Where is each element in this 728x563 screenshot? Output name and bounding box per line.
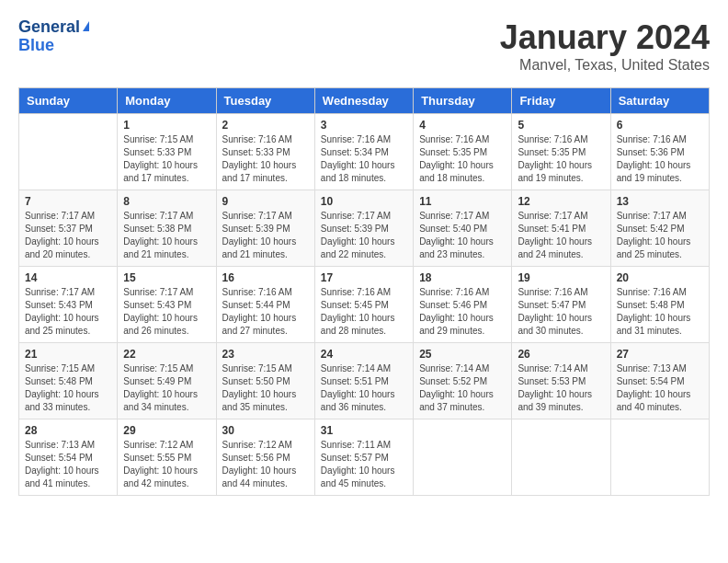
calendar-cell: 3Sunrise: 7:16 AMSunset: 5:34 PMDaylight… [314,114,413,190]
calendar-cell: 8Sunrise: 7:17 AMSunset: 5:38 PMDaylight… [118,190,216,267]
day-info: Sunrise: 7:17 AMSunset: 5:41 PMDaylight:… [518,210,604,261]
month-title: January 2024 [500,18,710,57]
day-info: Sunrise: 7:17 AMSunset: 5:39 PMDaylight:… [321,210,407,261]
day-number: 18 [419,271,506,284]
logo-arrow-icon [83,21,89,31]
day-info: Sunrise: 7:15 AMSunset: 5:50 PMDaylight:… [222,362,309,414]
calendar-body: 1Sunrise: 7:15 AMSunset: 5:33 PMDaylight… [19,114,710,496]
day-number: 30 [222,424,309,437]
weekday-header-thursday: Thursday [414,88,512,114]
day-number: 17 [321,271,407,284]
weekday-header-sunday: Sunday [19,88,118,114]
day-number: 24 [321,348,407,361]
logo-general: General [18,18,80,37]
calendar-cell: 23Sunrise: 7:15 AMSunset: 5:50 PMDayligh… [216,343,314,419]
day-number: 27 [617,348,703,361]
day-number: 9 [222,195,309,208]
day-info: Sunrise: 7:13 AMSunset: 5:54 PMDaylight:… [617,362,703,414]
day-number: 16 [222,271,309,284]
calendar-cell: 25Sunrise: 7:14 AMSunset: 5:52 PMDayligh… [414,343,512,419]
weekday-header-saturday: Saturday [610,88,709,114]
calendar-cell [610,419,709,496]
calendar-cell [512,419,610,496]
day-info: Sunrise: 7:17 AMSunset: 5:39 PMDaylight:… [222,210,309,261]
calendar-cell: 2Sunrise: 7:16 AMSunset: 5:33 PMDaylight… [216,114,314,190]
day-info: Sunrise: 7:16 AMSunset: 5:35 PMDaylight:… [518,133,604,185]
weekday-header-friday: Friday [512,88,610,114]
calendar-week-2: 7Sunrise: 7:17 AMSunset: 5:37 PMDaylight… [19,190,710,267]
day-info: Sunrise: 7:17 AMSunset: 5:42 PMDaylight:… [617,210,703,261]
calendar-cell: 5Sunrise: 7:16 AMSunset: 5:35 PMDaylight… [512,114,610,190]
day-info: Sunrise: 7:16 AMSunset: 5:48 PMDaylight:… [617,286,703,338]
calendar-cell: 12Sunrise: 7:17 AMSunset: 5:41 PMDayligh… [512,190,610,267]
calendar-cell: 19Sunrise: 7:16 AMSunset: 5:47 PMDayligh… [512,267,610,343]
calendar-cell: 27Sunrise: 7:13 AMSunset: 5:54 PMDayligh… [610,343,709,419]
day-info: Sunrise: 7:17 AMSunset: 5:38 PMDaylight:… [123,210,210,261]
calendar-cell: 16Sunrise: 7:16 AMSunset: 5:44 PMDayligh… [216,267,314,343]
day-number: 6 [617,119,703,132]
day-info: Sunrise: 7:16 AMSunset: 5:45 PMDaylight:… [321,286,407,338]
day-info: Sunrise: 7:14 AMSunset: 5:51 PMDaylight:… [321,362,407,414]
day-number: 10 [321,195,407,208]
day-info: Sunrise: 7:13 AMSunset: 5:54 PMDaylight:… [25,439,111,490]
day-info: Sunrise: 7:15 AMSunset: 5:48 PMDaylight:… [25,362,111,414]
calendar-cell [414,419,512,496]
day-number: 12 [518,195,604,208]
day-number: 28 [25,424,111,437]
calendar-cell: 7Sunrise: 7:17 AMSunset: 5:37 PMDaylight… [19,190,118,267]
day-info: Sunrise: 7:16 AMSunset: 5:36 PMDaylight:… [617,133,703,185]
logo-blue: Blue [18,36,54,54]
calendar-cell: 30Sunrise: 7:12 AMSunset: 5:56 PMDayligh… [216,419,314,496]
calendar-cell [19,114,118,190]
calendar-cell: 13Sunrise: 7:17 AMSunset: 5:42 PMDayligh… [610,190,709,267]
calendar-cell: 31Sunrise: 7:11 AMSunset: 5:57 PMDayligh… [314,419,413,496]
day-info: Sunrise: 7:16 AMSunset: 5:35 PMDaylight:… [419,133,506,185]
day-info: Sunrise: 7:12 AMSunset: 5:56 PMDaylight:… [222,439,309,490]
day-info: Sunrise: 7:14 AMSunset: 5:52 PMDaylight:… [419,362,506,414]
calendar-week-3: 14Sunrise: 7:17 AMSunset: 5:43 PMDayligh… [19,267,710,343]
day-number: 25 [419,348,506,361]
day-info: Sunrise: 7:16 AMSunset: 5:46 PMDaylight:… [419,286,506,338]
day-number: 31 [321,424,407,437]
day-info: Sunrise: 7:16 AMSunset: 5:34 PMDaylight:… [321,133,407,185]
day-number: 7 [25,195,111,208]
day-number: 20 [617,271,703,284]
calendar-cell: 28Sunrise: 7:13 AMSunset: 5:54 PMDayligh… [19,419,118,496]
day-number: 29 [123,424,210,437]
title-section: January 2024 Manvel, Texas, United State… [500,18,710,74]
calendar-week-1: 1Sunrise: 7:15 AMSunset: 5:33 PMDaylight… [19,114,710,190]
day-number: 11 [419,195,506,208]
day-info: Sunrise: 7:17 AMSunset: 5:43 PMDaylight:… [123,286,210,338]
calendar-table: SundayMondayTuesdayWednesdayThursdayFrid… [18,87,710,496]
calendar-cell: 18Sunrise: 7:16 AMSunset: 5:46 PMDayligh… [414,267,512,343]
day-number: 1 [123,119,210,132]
day-number: 8 [123,195,210,208]
day-number: 4 [419,119,506,132]
logo: General Blue [18,18,89,55]
day-info: Sunrise: 7:17 AMSunset: 5:37 PMDaylight:… [25,210,111,261]
weekday-header-wednesday: Wednesday [314,88,413,114]
day-number: 19 [518,271,604,284]
day-info: Sunrise: 7:17 AMSunset: 5:40 PMDaylight:… [419,210,506,261]
calendar-cell: 26Sunrise: 7:14 AMSunset: 5:53 PMDayligh… [512,343,610,419]
header: General Blue January 2024 Manvel, Texas,… [18,18,710,74]
location-title: Manvel, Texas, United States [500,57,710,74]
calendar-cell: 21Sunrise: 7:15 AMSunset: 5:48 PMDayligh… [19,343,118,419]
day-number: 5 [518,119,604,132]
day-info: Sunrise: 7:11 AMSunset: 5:57 PMDaylight:… [321,439,407,490]
day-info: Sunrise: 7:17 AMSunset: 5:43 PMDaylight:… [25,286,111,338]
calendar-cell: 24Sunrise: 7:14 AMSunset: 5:51 PMDayligh… [314,343,413,419]
calendar-cell: 6Sunrise: 7:16 AMSunset: 5:36 PMDaylight… [610,114,709,190]
day-info: Sunrise: 7:15 AMSunset: 5:49 PMDaylight:… [123,362,210,414]
calendar-cell: 15Sunrise: 7:17 AMSunset: 5:43 PMDayligh… [118,267,216,343]
weekday-header-tuesday: Tuesday [216,88,314,114]
day-info: Sunrise: 7:14 AMSunset: 5:53 PMDaylight:… [518,362,604,414]
day-info: Sunrise: 7:15 AMSunset: 5:33 PMDaylight:… [123,133,210,185]
day-number: 15 [123,271,210,284]
day-number: 14 [25,271,111,284]
day-number: 21 [25,348,111,361]
calendar-cell: 4Sunrise: 7:16 AMSunset: 5:35 PMDaylight… [414,114,512,190]
day-number: 13 [617,195,703,208]
weekday-header-monday: Monday [118,88,216,114]
calendar-cell: 29Sunrise: 7:12 AMSunset: 5:55 PMDayligh… [118,419,216,496]
